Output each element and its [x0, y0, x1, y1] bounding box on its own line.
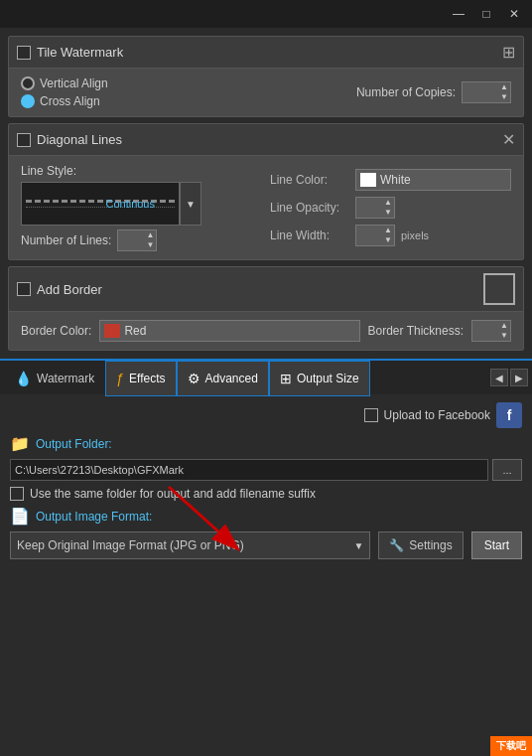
opacity-arrows[interactable]: ▲ ▼: [384, 198, 392, 218]
format-value: Keep Original Image Format (JPG or PNG): [17, 538, 244, 552]
add-border-header-left: Add Border: [17, 282, 102, 297]
path-row: C:\Users\27213\Desktop\GFXMark ...: [10, 459, 522, 481]
line-style-row: Line Style: Continous ▼ Number of Lines:: [21, 164, 511, 251]
line-color-input[interactable]: White: [355, 169, 511, 191]
thickness-up[interactable]: ▲: [500, 321, 508, 331]
effects-tab-icon: ƒ: [116, 371, 124, 386]
nlines-arrows[interactable]: ▲ ▼: [146, 230, 154, 250]
maximize-button[interactable]: □: [472, 0, 500, 28]
border-preview-icon: [483, 273, 515, 305]
title-bar: — □ ✕: [0, 0, 532, 28]
output-folder-label: Output Folder:: [36, 437, 112, 451]
width-up[interactable]: ▲: [384, 226, 392, 235]
close-button[interactable]: ✕: [500, 0, 528, 28]
tab-nav-prev[interactable]: ◀: [490, 369, 508, 386]
tile-watermark-checkbox[interactable]: [17, 46, 31, 60]
output-image-format-row: 📄 Output Image Format:: [10, 507, 522, 526]
border-color-row: Border Color: Red Border Thickness: ▲ ▼: [21, 320, 511, 342]
diagonal-lines-checkbox[interactable]: [17, 133, 31, 147]
diagonal-lines-icon: ✕: [502, 130, 515, 149]
line-color-box[interactable]: [360, 173, 376, 187]
tab-watermark[interactable]: 💧 Watermark: [4, 361, 105, 396]
copies-area: Number of Copies: ▲ ▼: [356, 81, 511, 103]
add-border-checkbox[interactable]: [17, 282, 31, 296]
cross-align-radio-btn[interactable]: [21, 94, 35, 108]
output-folder-row: 📁 Output Folder:: [10, 434, 522, 453]
nlines-down[interactable]: ▼: [146, 240, 154, 250]
browse-button[interactable]: ...: [492, 459, 522, 481]
copies-up-arrow[interactable]: ▲: [500, 82, 508, 92]
settings-button[interactable]: 🔧 Settings: [378, 531, 463, 559]
border-color-box[interactable]: [104, 324, 120, 338]
dl-style-value: Continous: [105, 198, 155, 210]
upload-facebook-checkbox[interactable]: [364, 408, 378, 422]
minimize-button[interactable]: —: [445, 0, 472, 28]
opacity-up[interactable]: ▲: [384, 198, 392, 208]
tab-advanced[interactable]: ⚙ Advanced: [177, 361, 269, 396]
width-down[interactable]: ▼: [384, 235, 392, 245]
line-style-box[interactable]: Continous: [21, 182, 180, 226]
watermark-tab-label: Watermark: [37, 372, 94, 385]
format-select[interactable]: Keep Original Image Format (JPG or PNG) …: [10, 531, 370, 559]
cross-align-radio[interactable]: Cross Align: [21, 94, 108, 108]
add-border-body: Border Color: Red Border Thickness: ▲ ▼: [9, 311, 523, 350]
format-row: Keep Original Image Format (JPG or PNG) …: [10, 531, 522, 559]
add-border-section: Add Border Border Color: Red Border Thic…: [8, 266, 524, 351]
tile-watermark-body: Vertical Align Cross Align Number of Cop…: [9, 68, 523, 116]
dl-dropdown-arrow[interactable]: ▼: [180, 182, 201, 226]
facebook-icon[interactable]: f: [496, 402, 522, 428]
border-thickness-label: Border Thickness:: [368, 324, 465, 338]
upload-facebook-label: Upload to Facebook: [384, 408, 490, 422]
nlines-row: Number of Lines: ▲ ▼: [21, 229, 262, 251]
width-arrows[interactable]: ▲ ▼: [384, 226, 392, 245]
same-folder-checkbox[interactable]: [10, 487, 24, 501]
image-format-icon: 📄: [10, 507, 30, 526]
thickness-arrows[interactable]: ▲ ▼: [500, 321, 508, 341]
vertical-align-label: Vertical Align: [40, 76, 108, 90]
bottom-area: Upload to Facebook f 📁 Output Folder: C:…: [0, 394, 532, 567]
output-size-tab-icon: ⊞: [280, 371, 292, 386]
advanced-tab-icon: ⚙: [188, 371, 200, 386]
copies-down-arrow[interactable]: ▼: [500, 92, 508, 102]
add-border-header: Add Border: [9, 267, 523, 311]
tab-effects[interactable]: ƒ Effects: [105, 361, 176, 396]
thickness-down[interactable]: ▼: [500, 331, 508, 341]
copies-spinner-arrows[interactable]: ▲ ▼: [500, 82, 508, 102]
nlines-up[interactable]: ▲: [146, 230, 154, 240]
dl-right: Line Color: White Line Opacity: ▲ ▼: [270, 169, 511, 246]
tile-watermark-header: Tile Watermark ⊞: [9, 37, 523, 68]
line-color-row: Line Color: White: [270, 169, 511, 191]
vertical-align-radio-btn[interactable]: [21, 76, 35, 90]
diagonal-lines-section: Diagonal Lines ✕ Line Style: Continous ▼: [8, 123, 524, 260]
upload-row: Upload to Facebook f: [10, 402, 522, 428]
border-thickness-spinner[interactable]: ▲ ▼: [471, 320, 511, 342]
pixels-label: pixels: [401, 229, 429, 241]
advanced-tab-label: Advanced: [205, 372, 258, 385]
copies-spinner[interactable]: ▲ ▼: [462, 81, 511, 103]
vertical-align-radio[interactable]: Vertical Align: [21, 76, 108, 90]
same-folder-row: Use the same folder for output and add f…: [10, 487, 522, 501]
tab-nav-next[interactable]: ▶: [510, 369, 528, 386]
format-dropdown-arrow[interactable]: ▼: [353, 540, 363, 551]
line-opacity-label: Line Opacity:: [270, 201, 349, 215]
line-color-value: White: [380, 173, 411, 187]
nlines-spinner[interactable]: ▲ ▼: [117, 229, 157, 251]
opacity-down[interactable]: ▼: [384, 208, 392, 218]
folder-path-field[interactable]: C:\Users\27213\Desktop\GFXMark: [10, 459, 488, 481]
line-opacity-spinner[interactable]: ▲ ▼: [355, 197, 395, 219]
tab-nav: ◀ ▶: [490, 369, 528, 386]
tile-watermark-title: Tile Watermark: [37, 45, 123, 60]
folder-icon: 📁: [10, 434, 30, 453]
line-style-label: Line Style:: [21, 164, 262, 178]
add-border-title: Add Border: [37, 282, 102, 297]
line-width-spinner[interactable]: ▲ ▼: [355, 225, 395, 246]
line-style-select-area[interactable]: Continous ▼: [21, 182, 262, 226]
line-color-label: Line Color:: [270, 173, 349, 187]
line-width-label: Line Width:: [270, 228, 349, 242]
same-folder-label: Use the same folder for output and add f…: [30, 487, 316, 501]
watermark-tab-icon: 💧: [15, 371, 32, 386]
tab-output-size[interactable]: ⊞ Output Size: [269, 361, 370, 396]
tile-watermark-section: Tile Watermark ⊞ Vertical Align Cross Al…: [8, 36, 524, 117]
border-color-input[interactable]: Red: [99, 320, 359, 342]
start-button[interactable]: Start: [471, 531, 522, 559]
